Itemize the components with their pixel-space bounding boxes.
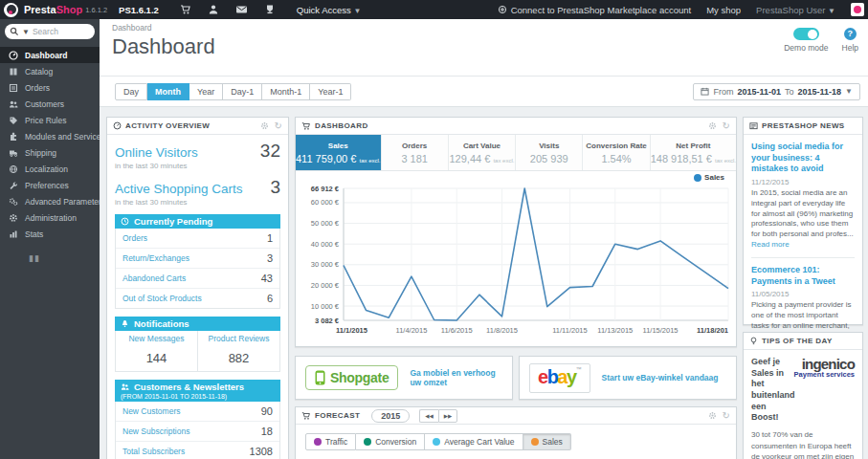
gear-icon <box>9 213 18 223</box>
sidebar-item-customers[interactable]: Customers <box>0 96 100 112</box>
help-widget: ? Help <box>842 28 858 53</box>
forecast-year: 2015 <box>371 409 410 423</box>
kpi-net-profit[interactable]: Net Profit 148 918,51 € tax excl. <box>651 135 736 170</box>
news-article-title[interactable]: Using social media for your business: 4 … <box>751 142 855 175</box>
range-day-button[interactable]: Day <box>115 83 147 100</box>
sidebar-item-stats[interactable]: Stats <box>0 226 100 242</box>
sidebar-item-modules-and-services[interactable]: Modules and Services <box>0 128 100 144</box>
search-input[interactable] <box>33 27 82 36</box>
refresh-icon[interactable]: ↻ <box>723 411 730 421</box>
tag-icon <box>9 116 18 125</box>
range-year-button[interactable]: Year <box>189 83 223 100</box>
range-year-1-button[interactable]: Year-1 <box>310 83 351 100</box>
envelope-icon[interactable] <box>235 4 248 15</box>
range-month-button[interactable]: Month <box>147 83 189 100</box>
online-visitors-metric: Online Visitors 32 <box>115 141 280 162</box>
kpi-visits[interactable]: Visits 205 939 <box>516 135 583 170</box>
topbar-right: Connect to PrestaShop Marketplace accoun… <box>498 3 868 16</box>
shopgate-link[interactable]: Ga mobiel en verhoog uw omzet <box>410 368 502 387</box>
book-icon <box>9 67 18 76</box>
brand: PrestaShop <box>24 4 82 15</box>
gears-icon <box>9 197 18 207</box>
sidebar-item-localization[interactable]: Localization <box>0 161 100 177</box>
kpi-cart-value[interactable]: Cart Value 129,44 € tax excl. <box>449 135 516 170</box>
product-reviews-cell[interactable]: Product Reviews 882 <box>197 331 279 371</box>
topbar-icons <box>180 4 276 15</box>
help-icon[interactable]: ? <box>844 28 857 40</box>
refresh-icon[interactable]: ↻ <box>275 121 282 131</box>
demo-mode-toggle[interactable] <box>793 28 819 40</box>
range-day-1-button[interactable]: Day-1 <box>223 83 262 100</box>
list-item-orders[interactable]: Orders1 <box>116 229 279 249</box>
kpi-conversion-rate[interactable]: Conversion Rate 1.54% <box>583 135 650 170</box>
online-visitors-link[interactable]: Online Visitors <box>115 145 198 160</box>
kpi-row: Sales 411 759,00 € tax excl. Orders 3 18… <box>296 135 736 171</box>
sidebar-item-administration[interactable]: Administration <box>0 209 100 226</box>
sidebar-collapse-icon[interactable]: ▮▮ <box>29 253 100 263</box>
avatar[interactable] <box>851 3 864 16</box>
toggle-conversion[interactable]: Conversion <box>356 433 425 450</box>
cart-icon[interactable] <box>180 4 191 15</box>
puzzle-icon <box>9 132 18 142</box>
bar-chart-icon <box>9 230 18 239</box>
currently-pending-header: Currently Pending <box>115 214 280 229</box>
help-label: Help <box>842 43 858 53</box>
conversion-dot-icon <box>364 438 371 446</box>
tips-panel-header: TIPS OF THE DAY <box>744 333 862 350</box>
sales-chart-area: Sales 66 912 €60 000 €50 000 €40 000 €30… <box>296 171 736 343</box>
shopgate-module-panel: Shopgate Ga mobiel en verhoog uw omzet <box>295 356 513 400</box>
quick-access-menu[interactable]: Quick Access ▼ <box>297 5 362 15</box>
marketplace-link[interactable]: Connect to PrestaShop Marketplace accoun… <box>498 5 692 15</box>
kpi-orders[interactable]: Orders 3 181 <box>382 135 449 170</box>
gear-icon[interactable] <box>708 121 717 130</box>
list-item-returns[interactable]: Return/Exchanges3 <box>116 249 279 269</box>
toggle-average-cart-value[interactable]: Average Cart Value <box>425 433 523 450</box>
svg-text:60 000 €: 60 000 € <box>311 198 340 207</box>
news-panel-header: PRESTASHOP NEWS <box>744 118 862 135</box>
sidebar-item-dashboard[interactable]: Dashboard <box>0 47 100 63</box>
search-scope-caret-icon[interactable]: ▼ <box>22 28 30 36</box>
refresh-icon[interactable]: ↻ <box>723 121 730 131</box>
svg-text:11/13/2015: 11/13/2015 <box>597 326 633 335</box>
average-cart-value-dot-icon <box>433 438 440 446</box>
sidebar-item-price-rules[interactable]: Price Rules <box>0 112 100 128</box>
svg-text:50 000 €: 50 000 € <box>311 219 340 228</box>
gear-icon[interactable] <box>260 121 269 130</box>
list-item-abandoned-carts[interactable]: Abandoned Carts43 <box>116 269 279 289</box>
user-menu[interactable]: PrestaShop User ▼ <box>756 5 835 15</box>
sidebar-item-advanced-parameters[interactable]: Advanced Parameters <box>0 193 100 209</box>
range-month-1-button[interactable]: Month-1 <box>262 83 310 100</box>
sidebar-item-catalog[interactable]: Catalog <box>0 63 100 79</box>
sidebar-item-preferences[interactable]: Preferences <box>0 177 100 193</box>
new-messages-cell[interactable]: New Messages 144 <box>116 331 197 371</box>
gear-icon[interactable] <box>708 411 717 420</box>
toggle-traffic[interactable]: Traffic <box>305 433 356 450</box>
list-item-out-of-stock[interactable]: Out of Stock Products6 <box>116 289 279 308</box>
person-icon[interactable] <box>208 4 219 15</box>
ebay-link[interactable]: Start uw eBay-winkel vandaag <box>602 373 719 382</box>
prestashop-logo-icon[interactable] <box>4 3 18 17</box>
ebay-logo: ebay™ <box>529 363 590 393</box>
trophy-icon[interactable] <box>264 4 276 15</box>
list-item-new-customers[interactable]: New Customers90 <box>116 402 279 422</box>
tip-body: 30 tot 70% van de consumenten in Europa … <box>751 424 855 459</box>
list-item-new-subscriptions[interactable]: New Subscriptions18 <box>116 422 279 442</box>
forecast-next-button[interactable]: ▶▶ <box>438 409 457 423</box>
sidebar-item-shipping[interactable]: Shipping <box>0 144 100 161</box>
date-range-picker[interactable]: From 2015-11-01 To 2015-11-18 ▼ <box>693 83 860 100</box>
svg-text:10 000 €: 10 000 € <box>311 302 340 311</box>
list-item-total-subscribers[interactable]: Total Subscribers1308 <box>116 442 279 459</box>
news-article-title[interactable]: Ecommerce 101: Payments in a Tweet <box>751 265 855 287</box>
sidebar-item-orders[interactable]: Orders <box>0 79 100 96</box>
kpi-sales[interactable]: Sales 411 759,00 € tax excl. <box>296 135 382 170</box>
toggle-sales[interactable]: Sales <box>523 433 571 450</box>
active-carts-link[interactable]: Active Shopping Carts <box>115 182 243 196</box>
search-icon[interactable] <box>10 27 19 36</box>
my-shop-link[interactable]: My shop <box>706 5 741 15</box>
sales-line-chart[interactable]: 66 912 €60 000 €50 000 €40 000 €30 000 €… <box>298 179 734 341</box>
forecast-prev-button[interactable]: ◀◀ <box>419 409 437 423</box>
read-more-link[interactable]: Read more <box>751 240 790 249</box>
cart-icon <box>301 121 311 131</box>
svg-text:11/15/2015: 11/15/2015 <box>643 326 679 335</box>
sidebar-search: ▼ <box>5 24 95 39</box>
